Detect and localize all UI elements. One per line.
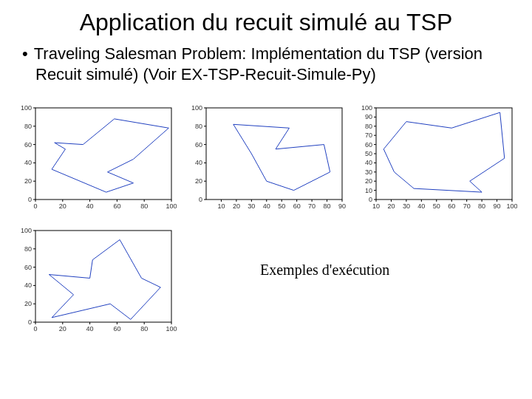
svg-text:40: 40 xyxy=(24,282,32,289)
svg-text:100: 100 xyxy=(361,104,372,112)
svg-text:80: 80 xyxy=(195,123,202,130)
svg-text:80: 80 xyxy=(24,123,32,130)
svg-text:40: 40 xyxy=(195,159,202,166)
svg-text:80: 80 xyxy=(323,202,330,210)
svg-text:20: 20 xyxy=(365,177,372,185)
svg-text:0: 0 xyxy=(369,196,372,203)
svg-text:60: 60 xyxy=(24,141,32,149)
svg-text:60: 60 xyxy=(113,325,120,332)
svg-text:100: 100 xyxy=(507,202,517,210)
svg-text:50: 50 xyxy=(278,202,285,210)
svg-text:0: 0 xyxy=(28,318,32,326)
svg-text:40: 40 xyxy=(86,202,94,210)
svg-text:30: 30 xyxy=(248,202,255,210)
bullet-text: Traveling Salesman Problem: Implémentati… xyxy=(34,44,482,83)
tsp-chart-3: 1020304050607080901000102030405060708090… xyxy=(355,102,517,213)
svg-text:100: 100 xyxy=(166,202,176,210)
svg-text:90: 90 xyxy=(365,113,372,120)
svg-text:100: 100 xyxy=(191,104,202,112)
svg-text:0: 0 xyxy=(199,196,202,203)
svg-text:90: 90 xyxy=(494,202,501,210)
svg-text:50: 50 xyxy=(433,202,440,210)
svg-text:0: 0 xyxy=(33,202,37,210)
svg-text:40: 40 xyxy=(24,159,32,166)
svg-text:20: 20 xyxy=(388,202,395,210)
page-title: Application du recuit simulé au TSP xyxy=(0,6,532,44)
svg-text:40: 40 xyxy=(262,202,270,210)
svg-text:90: 90 xyxy=(338,202,346,210)
svg-text:20: 20 xyxy=(24,177,32,185)
svg-text:80: 80 xyxy=(365,123,372,130)
svg-text:40: 40 xyxy=(365,159,372,166)
bullet-dot-icon: • xyxy=(22,44,34,63)
svg-text:10: 10 xyxy=(365,187,372,194)
svg-text:0: 0 xyxy=(33,325,37,332)
svg-text:0: 0 xyxy=(28,196,32,203)
tsp-chart-4: 020406080100020406080100 xyxy=(15,225,177,335)
svg-text:100: 100 xyxy=(21,104,32,112)
svg-text:20: 20 xyxy=(233,202,240,210)
svg-text:30: 30 xyxy=(365,168,372,176)
svg-text:80: 80 xyxy=(24,245,32,253)
svg-text:60: 60 xyxy=(449,202,456,210)
svg-text:70: 70 xyxy=(308,202,316,210)
tsp-chart-2: 102030405060708090020406080100 xyxy=(185,102,347,213)
svg-text:30: 30 xyxy=(403,202,410,210)
svg-text:80: 80 xyxy=(478,202,485,210)
tsp-chart-1: 020406080100020406080100 xyxy=(15,102,177,213)
svg-text:100: 100 xyxy=(21,227,32,234)
svg-text:60: 60 xyxy=(113,202,120,210)
svg-text:10: 10 xyxy=(217,202,225,210)
bullet-item: •Traveling Salesman Problem: Implémentat… xyxy=(0,44,532,84)
svg-text:60: 60 xyxy=(293,202,300,210)
svg-text:20: 20 xyxy=(195,177,202,185)
svg-rect-25 xyxy=(206,108,342,200)
svg-text:20: 20 xyxy=(59,202,66,210)
svg-text:70: 70 xyxy=(463,202,471,210)
svg-text:80: 80 xyxy=(140,202,148,210)
svg-rect-56 xyxy=(376,108,512,200)
svg-text:100: 100 xyxy=(166,325,177,332)
svg-text:70: 70 xyxy=(365,132,372,139)
svg-text:20: 20 xyxy=(59,325,66,332)
svg-text:20: 20 xyxy=(24,300,32,307)
svg-text:40: 40 xyxy=(86,325,94,332)
svg-text:50: 50 xyxy=(365,150,372,157)
svg-text:80: 80 xyxy=(140,325,148,332)
svg-text:40: 40 xyxy=(418,202,426,210)
svg-text:60: 60 xyxy=(195,141,202,149)
chart-row-bottom: 020406080100020406080100 Exemples d'exéc… xyxy=(0,219,532,335)
svg-rect-99 xyxy=(35,231,171,322)
svg-rect-0 xyxy=(35,108,171,200)
svg-text:60: 60 xyxy=(24,264,32,271)
chart-row-top: 020406080100020406080100 102030405060708… xyxy=(0,84,532,219)
svg-text:60: 60 xyxy=(365,141,372,149)
svg-text:10: 10 xyxy=(372,202,380,210)
caption-text: Exemples d'exécution xyxy=(186,225,389,279)
